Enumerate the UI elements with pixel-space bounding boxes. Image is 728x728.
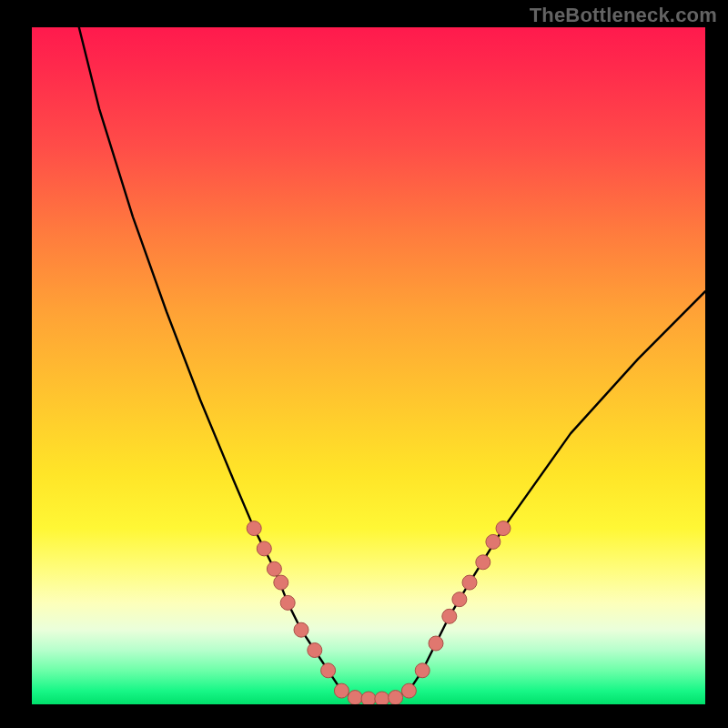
data-marker bbox=[257, 541, 271, 556]
plot-area bbox=[32, 27, 705, 704]
data-marker bbox=[294, 622, 308, 637]
watermark-text: TheBottleneck.com bbox=[530, 4, 717, 27]
data-marker bbox=[486, 534, 500, 549]
data-marker bbox=[442, 609, 457, 623]
data-marker bbox=[334, 683, 349, 698]
data-marker bbox=[476, 555, 490, 570]
data-marker bbox=[496, 521, 511, 536]
data-marker bbox=[462, 575, 477, 590]
data-marker bbox=[280, 595, 295, 610]
bottleneck-curve bbox=[79, 27, 705, 701]
data-marker bbox=[375, 692, 389, 704]
curve-svg bbox=[32, 27, 705, 704]
data-marker bbox=[267, 561, 281, 576]
markers-group bbox=[247, 521, 511, 704]
data-marker bbox=[274, 575, 288, 590]
data-marker bbox=[247, 521, 261, 536]
chart-frame: TheBottleneck.com bbox=[0, 0, 728, 728]
data-marker bbox=[429, 636, 443, 651]
data-marker bbox=[415, 663, 430, 678]
data-marker bbox=[401, 683, 416, 698]
data-marker bbox=[308, 643, 322, 658]
data-marker bbox=[321, 663, 336, 678]
data-marker bbox=[389, 691, 403, 704]
data-marker bbox=[361, 692, 376, 704]
data-marker bbox=[452, 592, 467, 607]
data-marker bbox=[348, 691, 362, 704]
